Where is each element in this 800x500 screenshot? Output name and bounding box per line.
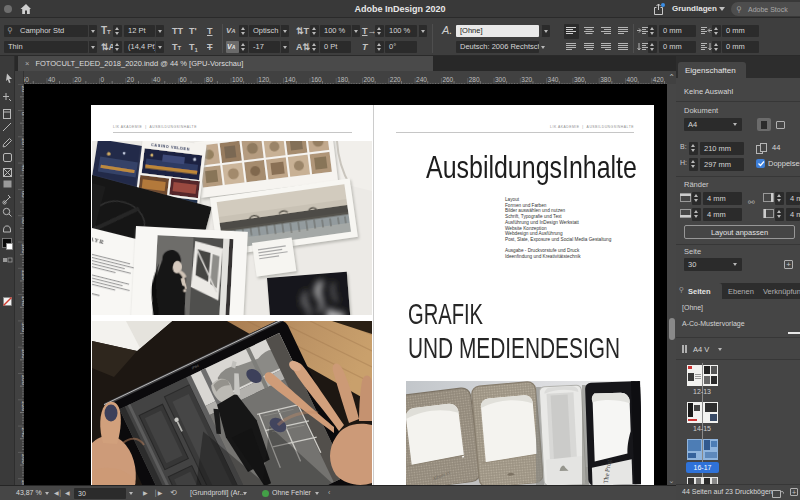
svg-text:160: 160 — [311, 76, 322, 83]
svg-text:20: 20 — [127, 76, 135, 83]
svg-text:320: 320 — [521, 76, 532, 83]
svg-text:0: 0 — [101, 76, 105, 83]
svg-text:200: 200 — [364, 76, 375, 83]
svg-text:260: 260 — [442, 76, 453, 83]
svg-text:220: 220 — [390, 76, 401, 83]
svg-text:240: 240 — [416, 76, 427, 83]
svg-text:100: 100 — [232, 76, 243, 83]
svg-text:60: 60 — [179, 76, 187, 83]
svg-text:80: 80 — [206, 76, 214, 83]
svg-text:20: 20 — [74, 76, 82, 83]
svg-text:180: 180 — [337, 76, 348, 83]
svg-text:360: 360 — [574, 76, 585, 83]
svg-text:280: 280 — [469, 76, 480, 83]
svg-text:400: 400 — [627, 76, 638, 83]
svg-text:40: 40 — [153, 76, 161, 83]
svg-text:420: 420 — [653, 76, 664, 83]
svg-text:40: 40 — [48, 76, 56, 83]
svg-text:340: 340 — [548, 76, 559, 83]
svg-text:300: 300 — [495, 76, 506, 83]
svg-text:120: 120 — [258, 76, 269, 83]
svg-text:380: 380 — [600, 76, 611, 83]
svg-text:140: 140 — [285, 76, 296, 83]
